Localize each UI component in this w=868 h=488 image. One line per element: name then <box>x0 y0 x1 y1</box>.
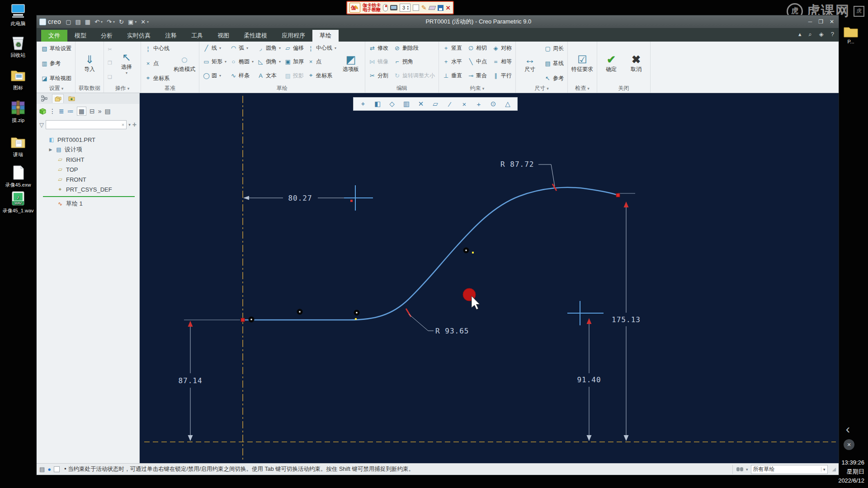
tab-live-sim[interactable]: 实时仿真 <box>120 30 158 42</box>
regenerate-icon[interactable]: ↻ <box>119 19 124 25</box>
offset-button[interactable]: ▱偏移 <box>283 42 305 53</box>
window-list-icon[interactable]: ▤ <box>39 466 45 473</box>
point-datum-button[interactable]: ×点 <box>143 58 171 69</box>
help-icon[interactable]: ? <box>831 31 834 38</box>
tree-settings-icon[interactable]: ▤ <box>105 108 111 115</box>
tab-model[interactable]: 模型 <box>67 30 94 42</box>
group-label-editing[interactable]: 编辑 <box>368 84 436 93</box>
pen-size-spinner[interactable]: 3 ▲▼ <box>400 4 410 12</box>
group-label-inspect[interactable]: 检查 <box>570 84 594 93</box>
desktop-icon-this-pc[interactable]: 此电脑 <box>1 3 35 26</box>
clear-filter-icon[interactable]: × <box>122 122 124 127</box>
coincident-constraint-button[interactable]: ⊸重合 <box>466 70 488 81</box>
tree-item-design-items[interactable]: ▶ ▤ 设计项 <box>40 145 139 155</box>
dim-value-r93-65[interactable]: R 93.65 <box>435 327 469 335</box>
display-shade-icon[interactable]: ◇ <box>386 99 398 109</box>
chamfer-dropdown-icon[interactable]: ▾ <box>279 60 281 64</box>
tree-item-right-plane[interactable]: ▱ RIGHT <box>40 155 139 164</box>
csys-display-icon[interactable]: + <box>473 99 485 109</box>
expand-list-icon[interactable]: ≣ <box>59 108 64 115</box>
arc-button[interactable]: ◠弧▾ <box>229 42 255 53</box>
find-dropdown-icon[interactable]: ▾ <box>746 467 748 472</box>
cancel-button[interactable]: ✖取消 <box>624 42 648 84</box>
reference-dim-button[interactable]: ↖参考 <box>543 73 565 84</box>
spline-button[interactable]: ∿样条 <box>229 70 255 81</box>
parallel-constraint-button[interactable]: ∥平行 <box>491 70 513 81</box>
dim-value-91-40[interactable]: 91.40 <box>577 375 601 384</box>
palette-button[interactable]: ◩选项板 <box>339 42 363 84</box>
search-icon[interactable]: ⌕ <box>808 31 811 38</box>
tab-analysis[interactable]: 分析 <box>94 30 120 42</box>
modify-button[interactable]: ⇄修改 <box>368 42 390 53</box>
dimension-button[interactable]: ↔尺寸 <box>518 42 542 84</box>
tab-file[interactable]: 文件 <box>41 30 67 42</box>
eraser-tool-icon[interactable] <box>428 6 436 10</box>
desktop-icon-zip[interactable]: 摸.zip <box>1 99 35 123</box>
whiteboard-button[interactable] <box>413 5 419 11</box>
csys-datum-button[interactable]: ⌖坐标系 <box>143 73 171 84</box>
spinner-arrows-icon[interactable]: ▲▼ <box>406 5 409 10</box>
perimeter-button[interactable]: ▢周长 <box>543 43 565 54</box>
dim-value-80-27[interactable]: 80.27 <box>288 194 312 202</box>
open-icon[interactable]: ▤ <box>75 19 81 25</box>
chamfer-button[interactable]: ◺倒角▾ <box>256 56 282 67</box>
tab-flexible-modeling[interactable]: 柔性建模 <box>236 30 274 42</box>
display-style-icon[interactable]: ▥ <box>401 99 412 109</box>
desktop-icon-folder-kerui[interactable]: 课瑞 <box>1 134 35 157</box>
horizontal-constraint-button[interactable]: +水平 <box>441 56 463 67</box>
undo-icon[interactable]: ↶ <box>94 19 99 25</box>
arc-dropdown-icon[interactable]: ▾ <box>246 46 248 50</box>
add-filter-icon[interactable]: + <box>132 121 137 129</box>
sketch-setup-button[interactable]: ▧草绘设置 <box>40 43 73 54</box>
thicken-button[interactable]: ▣加厚 <box>283 56 305 67</box>
text-button[interactable]: A文本 <box>256 70 282 81</box>
datum-display-filter-icon[interactable]: ✕ <box>415 99 427 109</box>
group-label-dimension[interactable]: 尺寸 <box>518 84 565 93</box>
symmetric-constraint-button[interactable]: ◈对称 <box>491 42 513 53</box>
centerline-datum-button[interactable]: ¦中心线 <box>143 43 171 54</box>
rotate-resize-button[interactable]: ↻旋转调整大小 <box>392 70 436 81</box>
tree-search-box[interactable]: × <box>46 120 127 129</box>
new-file-icon[interactable]: ▢ <box>66 19 71 25</box>
dim-value-175-13[interactable]: 175.13 <box>612 315 641 324</box>
ellipse-dropdown-icon[interactable]: ▾ <box>252 60 254 64</box>
construction-mode-button[interactable]: ◌构造模式 <box>172 42 197 84</box>
favorites-tab[interactable]: ✱ <box>66 94 77 103</box>
line-button[interactable]: ╱线▾ <box>202 42 228 53</box>
spline-endpoint-left[interactable] <box>241 318 245 322</box>
sketch-orientation-icon[interactable]: △ <box>502 99 514 109</box>
select-button[interactable]: ↖选择▾ <box>115 42 138 84</box>
csys-button[interactable]: ⌖坐标系 <box>306 70 338 81</box>
tree-filter-input[interactable] <box>48 121 122 128</box>
tree-item-front-plane[interactable]: ▱ FRONT <box>40 174 139 184</box>
select-dropdown-icon[interactable]: ▾ <box>126 71 127 75</box>
refit-icon[interactable]: ◧ <box>372 99 383 109</box>
group-label-operations[interactable]: 操作 <box>106 84 138 93</box>
group-label-sketching[interactable]: 草绘 <box>202 84 363 93</box>
more-tools-icon[interactable]: » <box>98 108 102 115</box>
tab-annotate[interactable]: 注释 <box>158 30 184 42</box>
filter-dropdown-icon[interactable]: ▾ <box>128 122 131 127</box>
collapse-list-icon[interactable]: ≔ <box>67 108 74 115</box>
spline-endpoint-right[interactable] <box>616 193 620 197</box>
centerline-button[interactable]: ¦中心线▾ <box>306 42 338 53</box>
save-icon[interactable]: ▦ <box>85 19 90 25</box>
ellipse-button[interactable]: ○椭圆▾ <box>229 56 255 67</box>
close-window-icon[interactable]: ✕ <box>141 19 146 25</box>
axis-display-icon[interactable]: ⁄ <box>444 99 456 109</box>
chevron-left-icon[interactable]: ‹ <box>846 423 850 436</box>
circle-button[interactable]: ◯圆▾ <box>202 70 228 81</box>
tab-applications[interactable]: 应用程序 <box>274 30 312 42</box>
cut-icon[interactable]: ✂ <box>106 47 113 52</box>
mouse-mode-icon[interactable] <box>383 4 388 11</box>
annotation-app-icon[interactable]: 伽✎ <box>349 3 360 13</box>
maximize-button[interactable]: ❐ <box>818 19 823 25</box>
delete-segment-button[interactable]: ⊘删除段 <box>392 42 436 53</box>
windows-icon[interactable]: ▣ <box>128 19 133 25</box>
tree-filter-icon[interactable]: ⊟ <box>90 108 95 115</box>
dim-value-r87-72[interactable]: R 87.72 <box>500 160 534 169</box>
tree-item-sketch1[interactable]: ∿ 草绘 1 <box>40 199 139 209</box>
desktop-icon-exw-file[interactable]: 录像45.exw <box>1 164 35 188</box>
expand-arrow-icon[interactable]: ▶ <box>48 147 53 152</box>
mirror-button[interactable]: ⋈镜像 <box>368 56 390 67</box>
